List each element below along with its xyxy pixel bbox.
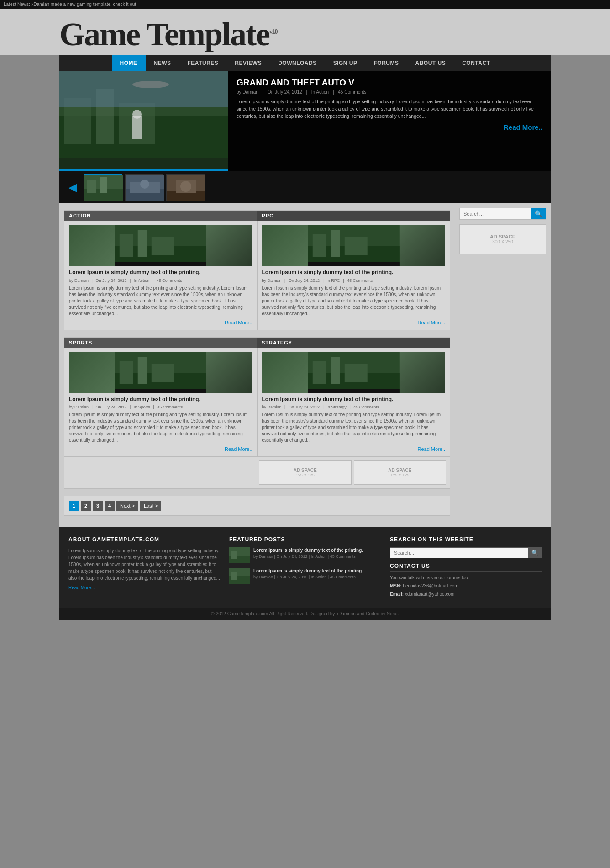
ad-small-1: AD SPACE 125 X 125 — [259, 460, 352, 485]
ad-space-large: AD SPACE 300 X 250 — [459, 224, 546, 254]
sidebar: 🔍 AD SPACE 300 X 250 — [455, 203, 551, 527]
search-button[interactable]: 🔍 — [531, 208, 546, 219]
hero-prev-arrow[interactable]: ◀ — [64, 181, 81, 194]
footer-about-text: Lorem Ipsum is simply dummy text of the … — [68, 547, 220, 582]
footer-featured: FEATURED POSTS Lorem Ipsum is simply dum… — [229, 536, 381, 598]
nav-reviews[interactable]: REVIEWS — [226, 55, 270, 71]
rpg-header: RPG — [257, 211, 450, 221]
rpg-post-image — [262, 225, 446, 266]
rpg-post: Lorem Ipsum is simply dummy text of the … — [258, 221, 450, 330]
featured-post-2: Lorem Ipsum is simply dummy text of the … — [229, 568, 381, 584]
svg-rect-26 — [152, 237, 174, 255]
footer-featured-title: FEATURED POSTS — [229, 536, 381, 545]
page-1[interactable]: 1 — [69, 501, 79, 511]
nav-downloads[interactable]: DOWNLOADS — [270, 55, 325, 71]
footer-search-title: SEARCH ON THIS WEBSITE — [390, 536, 542, 545]
svg-rect-37 — [138, 357, 147, 384]
site-title: Game Templatev1.0 — [59, 18, 551, 51]
svg-rect-12 — [87, 180, 96, 193]
rpg-post-title: Lorem Ipsum is simply dummy text of the … — [262, 269, 446, 276]
svg-rect-51 — [231, 572, 237, 580]
hero-thumb-3[interactable] — [166, 174, 205, 201]
svg-rect-42 — [312, 361, 326, 384]
footer-about: ABOUT GAMETEMPLATE.COM Lorem Ipsum is si… — [68, 536, 220, 598]
hero-comments: 45 Comments — [338, 90, 366, 95]
sports-post: Lorem Ipsum is simply dummy text of the … — [64, 348, 258, 457]
rpg-post-text: Lorem Ipsum is simply dummy text of the … — [262, 285, 446, 317]
strategy-header: STRATEGY — [257, 338, 450, 348]
svg-rect-38 — [152, 364, 174, 382]
strategy-readmore[interactable]: Read More.. — [417, 446, 445, 452]
sports-strategy-section: SPORTS STRATEGY — [64, 337, 450, 489]
hero-meta: by Damian | On July 24, 2012 | In Action… — [237, 90, 542, 95]
sports-readmore[interactable]: Read More.. — [225, 446, 252, 452]
hero-readmore-link[interactable]: Read More.. — [504, 123, 542, 131]
page-4[interactable]: 4 — [105, 501, 115, 511]
nav-contact[interactable]: CONTACT — [454, 55, 498, 71]
svg-rect-5 — [59, 71, 228, 107]
svg-rect-31 — [331, 230, 340, 257]
hero-image-container — [59, 71, 228, 171]
bottom-footer: © 2012 GameTemplate.com All Right Reserv… — [59, 608, 551, 620]
copyright-text: © 2012 GameTemplate.com All Right Reserv… — [211, 611, 399, 616]
footer-search-input[interactable] — [390, 548, 528, 558]
featured-post-1: Lorem Ipsum is simply dummy text of the … — [229, 547, 381, 563]
svg-rect-43 — [331, 357, 340, 384]
hero-thumb-2[interactable] — [125, 174, 163, 201]
hero-thumb-1[interactable] — [84, 174, 122, 201]
last-button[interactable]: Last > — [140, 501, 161, 511]
featured-post-2-thumb — [229, 568, 250, 584]
action-readmore[interactable]: Read More.. — [225, 320, 252, 325]
nav-signup[interactable]: SIGN UP — [325, 55, 366, 71]
svg-rect-45 — [308, 389, 399, 393]
hero-thumbs: ◀ — [59, 171, 551, 203]
footer-about-readmore[interactable]: Read More... — [68, 585, 95, 590]
footer-contact-info: You can talk with us via our forums too … — [390, 574, 542, 598]
hero-date: On July 24, 2012 — [268, 90, 302, 95]
featured-post-2-info: Lorem Ipsum is simply dummy text of the … — [253, 568, 363, 579]
search-input[interactable] — [460, 208, 531, 219]
hero-author: by Damian — [237, 90, 258, 95]
action-post: Lorem Ipsum is simply dummy text of the … — [64, 221, 258, 330]
action-post-text: Lorem Ipsum is simply dummy text of the … — [69, 285, 252, 317]
nav-news[interactable]: NEWS — [146, 55, 179, 71]
svg-rect-39 — [115, 389, 206, 393]
rpg-readmore[interactable]: Read More.. — [417, 320, 445, 325]
page-3[interactable]: 3 — [93, 501, 103, 511]
footer-about-title: ABOUT GAMETEMPLATE.COM — [68, 536, 220, 545]
footer-search-button[interactable]: 🔍 — [528, 548, 541, 558]
footer-search-box: 🔍 — [390, 547, 542, 558]
svg-rect-13 — [100, 177, 107, 193]
search-box: 🔍 — [459, 208, 546, 220]
page-2[interactable]: 2 — [81, 501, 91, 511]
hero-title: GRAND AND THEFT AUTO V — [237, 78, 542, 88]
next-button[interactable]: Next > — [116, 501, 138, 511]
nav-about[interactable]: ABOUT US — [407, 55, 454, 71]
svg-rect-33 — [308, 262, 399, 266]
nav-home[interactable]: HOME — [112, 55, 146, 71]
nav-features[interactable]: FEATURES — [179, 55, 227, 71]
svg-rect-25 — [138, 230, 147, 257]
sports-post-image — [69, 352, 252, 393]
svg-rect-24 — [120, 234, 133, 257]
ad-small-2: AD SPACE 125 X 125 — [354, 460, 447, 485]
top-bar: Latest News: xDamian made a new gaming t… — [0, 0, 610, 9]
nav-forums[interactable]: FORUMS — [366, 55, 407, 71]
rpg-post-meta: by Damian | On July 24, 2012 | In RPG | … — [262, 278, 446, 283]
site-title-text: Game Template — [59, 16, 269, 53]
hero-content: GRAND AND THEFT AUTO V by Damian | On Ju… — [228, 71, 551, 171]
hero-text: Lorem Ipsum is simply dummy text of the … — [237, 98, 542, 120]
svg-rect-27 — [115, 262, 206, 266]
main-nav: HOME NEWS FEATURES REVIEWS DOWNLOADS SIG… — [59, 55, 551, 71]
site-version: v1.0 — [269, 28, 277, 35]
svg-rect-36 — [120, 361, 133, 384]
svg-rect-44 — [344, 364, 367, 382]
svg-rect-48 — [231, 551, 237, 559]
sports-post-text: Lorem Ipsum is simply dummy text of the … — [69, 412, 252, 444]
svg-point-6 — [132, 81, 169, 88]
strategy-post-text: Lorem Ipsum is simply dummy text of the … — [262, 412, 446, 444]
featured-post-1-thumb — [229, 547, 250, 563]
svg-rect-32 — [344, 237, 367, 255]
header: Game Templatev1.0 — [0, 9, 610, 55]
svg-point-17 — [140, 180, 149, 189]
